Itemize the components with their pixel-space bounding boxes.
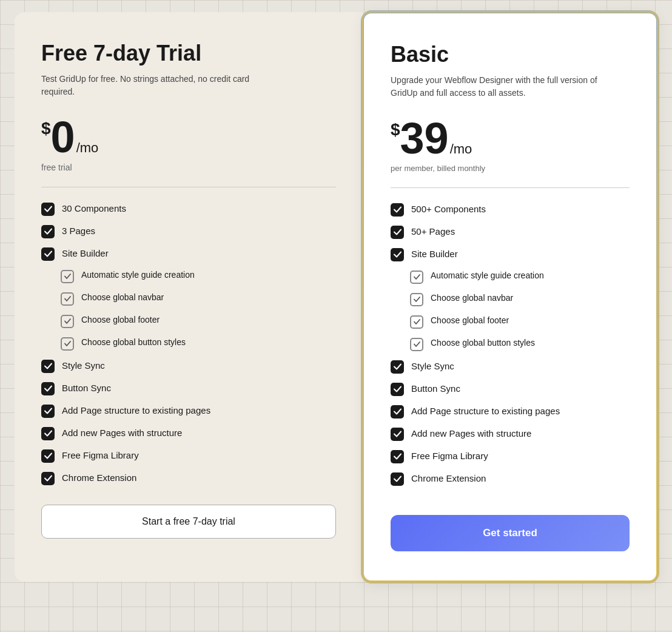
free-price-label: free trial bbox=[41, 163, 336, 172]
free-divider bbox=[41, 187, 336, 187]
checkbox-icon bbox=[391, 383, 404, 396]
checkbox-outline-icon bbox=[410, 293, 423, 306]
checkbox-icon bbox=[41, 360, 55, 373]
feature-label: Automatic style guide creation bbox=[431, 270, 544, 282]
feature-label: Choose global button styles bbox=[431, 337, 535, 349]
free-price-row: $ 0 /mo bbox=[41, 115, 336, 159]
list-item: Choose global footer bbox=[61, 314, 336, 328]
start-trial-button[interactable]: Start a free 7-day trial bbox=[41, 505, 336, 539]
list-item: Free Figma Library bbox=[391, 449, 630, 463]
checkbox-icon bbox=[41, 382, 55, 395]
basic-price-dollar: $ bbox=[391, 121, 400, 138]
list-item: Button Sync bbox=[391, 382, 630, 396]
list-item: Site Builder bbox=[391, 247, 630, 261]
feature-label: Add Page structure to existing pages bbox=[62, 404, 210, 417]
checkbox-icon bbox=[391, 472, 404, 486]
checkbox-icon bbox=[41, 449, 55, 463]
checkbox-icon bbox=[391, 226, 404, 239]
list-item: Free Figma Library bbox=[41, 449, 336, 463]
feature-label: 50+ Pages bbox=[411, 225, 455, 238]
feature-label: Chrome Extension bbox=[62, 471, 136, 484]
checkbox-outline-icon bbox=[410, 338, 423, 351]
checkbox-outline-icon bbox=[410, 315, 423, 329]
list-item: Style Sync bbox=[41, 359, 336, 373]
free-price-per: /mo bbox=[76, 140, 99, 156]
feature-label: Style Sync bbox=[411, 360, 454, 372]
feature-label: Site Builder bbox=[62, 247, 109, 260]
feature-label: Choose global footer bbox=[81, 314, 160, 326]
free-features-list: 30 Components 3 Pages Site Builder Autom… bbox=[41, 202, 336, 485]
basic-card-wrapper: Basic Upgrade your Webflow Designer with… bbox=[363, 12, 657, 582]
list-item: Add new Pages with structure bbox=[391, 427, 630, 441]
list-item: 30 Components bbox=[41, 202, 336, 216]
checkbox-icon bbox=[41, 405, 55, 418]
list-item: Choose global navbar bbox=[410, 292, 630, 306]
list-item: Chrome Extension bbox=[41, 471, 336, 485]
pricing-container: Free 7-day Trial Test GridUp for free. N… bbox=[15, 12, 657, 582]
list-item: Style Sync bbox=[391, 360, 630, 374]
feature-label: 30 Components bbox=[62, 202, 126, 215]
list-item: 3 Pages bbox=[41, 224, 336, 238]
checkbox-outline-icon bbox=[61, 270, 74, 283]
checkbox-outline-icon bbox=[61, 337, 74, 351]
feature-label: 3 Pages bbox=[62, 224, 95, 237]
checkbox-icon bbox=[391, 450, 404, 463]
checkbox-icon bbox=[41, 247, 55, 261]
free-price-dollar: $ bbox=[41, 120, 51, 137]
free-trial-card: Free 7-day Trial Test GridUp for free. N… bbox=[15, 12, 363, 582]
basic-card: Basic Upgrade your Webflow Designer with… bbox=[363, 12, 657, 582]
list-item: Choose global button styles bbox=[61, 337, 336, 351]
feature-label: Choose global button styles bbox=[81, 337, 186, 349]
checkbox-outline-icon bbox=[410, 271, 423, 284]
free-plan-subtitle: Test GridUp for free. No strings attache… bbox=[41, 73, 272, 98]
feature-label: Add new Pages with structure bbox=[62, 426, 182, 439]
list-item: Add new Pages with structure bbox=[41, 426, 336, 440]
checkbox-outline-icon bbox=[61, 292, 74, 306]
checkbox-icon bbox=[391, 203, 404, 217]
feature-label: 500+ Components bbox=[411, 203, 486, 215]
basic-divider bbox=[391, 187, 630, 188]
list-item: Automatic style guide creation bbox=[410, 270, 630, 284]
basic-price-amount: 39 bbox=[400, 116, 449, 160]
list-item: Choose global button styles bbox=[410, 337, 630, 351]
checkbox-outline-icon bbox=[61, 315, 74, 328]
basic-price-row: $ 39 /mo bbox=[391, 116, 630, 160]
feature-label: Button Sync bbox=[62, 382, 111, 394]
basic-plan-title: Basic bbox=[391, 42, 630, 67]
checkbox-icon bbox=[391, 405, 404, 419]
feature-label: Add new Pages with structure bbox=[411, 427, 531, 440]
list-item: Add Page structure to existing pages bbox=[391, 405, 630, 419]
feature-label: Automatic style guide creation bbox=[81, 269, 195, 281]
checkbox-icon bbox=[391, 360, 404, 374]
checkbox-icon bbox=[41, 203, 55, 216]
feature-label: Free Figma Library bbox=[411, 449, 488, 462]
feature-label: Choose global navbar bbox=[431, 292, 513, 304]
list-item: Choose global footer bbox=[410, 315, 630, 329]
feature-label: Style Sync bbox=[62, 359, 105, 372]
feature-label: Site Builder bbox=[411, 247, 458, 260]
basic-price-note: per member, billed monthly bbox=[391, 164, 630, 173]
feature-label: Add Page structure to existing pages bbox=[411, 405, 560, 417]
list-item: Choose global navbar bbox=[61, 292, 336, 306]
checkbox-icon bbox=[391, 428, 404, 441]
free-plan-title: Free 7-day Trial bbox=[41, 41, 336, 66]
list-item: 50+ Pages bbox=[391, 225, 630, 239]
feature-label: Choose global footer bbox=[431, 315, 509, 327]
checkbox-icon bbox=[41, 472, 55, 485]
list-item: Add Page structure to existing pages bbox=[41, 404, 336, 418]
feature-label: Button Sync bbox=[411, 382, 460, 395]
checkbox-icon bbox=[41, 427, 55, 440]
list-item: Button Sync bbox=[41, 382, 336, 395]
feature-label: Free Figma Library bbox=[62, 449, 139, 462]
basic-features-list: 500+ Components 50+ Pages Site Builder bbox=[391, 203, 630, 486]
list-item: Automatic style guide creation bbox=[61, 269, 336, 283]
feature-label: Chrome Extension bbox=[411, 472, 486, 485]
list-item: Site Builder bbox=[41, 247, 336, 261]
list-item: Chrome Extension bbox=[391, 472, 630, 486]
free-price-amount: 0 bbox=[51, 115, 75, 159]
get-started-button[interactable]: Get started bbox=[391, 515, 630, 551]
checkbox-icon bbox=[41, 225, 55, 238]
list-item: 500+ Components bbox=[391, 203, 630, 217]
checkbox-icon bbox=[391, 248, 404, 261]
basic-price-per: /mo bbox=[450, 141, 472, 157]
